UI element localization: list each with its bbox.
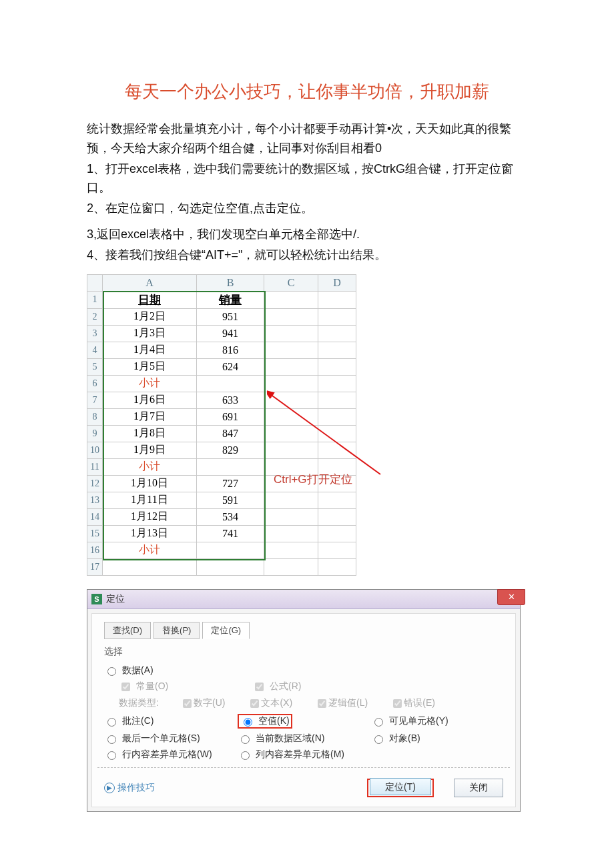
- cell[interactable]: [318, 408, 356, 425]
- cell[interactable]: [318, 508, 356, 525]
- cell[interactable]: 624: [197, 358, 264, 375]
- cell[interactable]: 1月7日: [103, 408, 197, 425]
- cell[interactable]: 829: [197, 442, 264, 458]
- cell[interactable]: 日期: [103, 291, 197, 308]
- cell[interactable]: [264, 358, 318, 375]
- cell[interactable]: [318, 442, 356, 458]
- radio-data[interactable]: [107, 667, 116, 676]
- cell[interactable]: 销量: [197, 291, 264, 308]
- cell[interactable]: 1月12日: [103, 508, 197, 525]
- cell[interactable]: [264, 525, 318, 542]
- cell[interactable]: [264, 291, 318, 308]
- radio-visible[interactable]: [374, 718, 383, 727]
- cell[interactable]: [318, 525, 356, 542]
- cell[interactable]: 1月5日: [103, 358, 197, 375]
- radio-blank[interactable]: [244, 718, 252, 727]
- cell[interactable]: [264, 392, 318, 408]
- cell[interactable]: 591: [197, 492, 264, 508]
- cell[interactable]: [197, 375, 264, 392]
- row-header[interactable]: 12: [87, 475, 103, 492]
- cell[interactable]: 1月11日: [103, 492, 197, 508]
- cell[interactable]: [197, 542, 264, 558]
- radio-curregion[interactable]: [241, 735, 250, 744]
- cell[interactable]: 633: [197, 392, 264, 408]
- cell[interactable]: [318, 375, 356, 392]
- cell[interactable]: [264, 542, 318, 558]
- cell[interactable]: 1月3日: [103, 325, 197, 342]
- cell-subtotal[interactable]: 小计: [103, 375, 197, 392]
- cell[interactable]: [318, 392, 356, 408]
- cell[interactable]: [264, 492, 318, 508]
- row-header[interactable]: 2: [87, 308, 103, 325]
- row-header[interactable]: 5: [87, 358, 103, 375]
- col-header-a[interactable]: A: [103, 274, 197, 291]
- tab-find[interactable]: 查找(D): [104, 622, 151, 639]
- row-header[interactable]: 11: [87, 458, 103, 475]
- row-header[interactable]: 4: [87, 342, 103, 358]
- check-const[interactable]: [121, 683, 130, 691]
- row-header[interactable]: 13: [87, 492, 103, 508]
- row-header[interactable]: 3: [87, 325, 103, 342]
- cell[interactable]: 534: [197, 508, 264, 525]
- goto-button[interactable]: 定位(T): [370, 778, 431, 795]
- row-header[interactable]: 6: [87, 375, 103, 392]
- check-err[interactable]: [393, 699, 402, 708]
- check-formula[interactable]: [255, 683, 264, 691]
- cell-subtotal[interactable]: 小计: [103, 542, 197, 558]
- cell[interactable]: [318, 325, 356, 342]
- row-header[interactable]: 1: [87, 291, 103, 308]
- row-header[interactable]: 7: [87, 392, 103, 408]
- check-num[interactable]: [183, 699, 192, 708]
- radio-coldiff[interactable]: [241, 751, 250, 760]
- cell[interactable]: 691: [197, 408, 264, 425]
- cell[interactable]: [264, 308, 318, 325]
- cell[interactable]: [264, 342, 318, 358]
- cell[interactable]: [264, 442, 318, 458]
- tab-replace[interactable]: 替换(P): [154, 622, 200, 639]
- cell[interactable]: [318, 358, 356, 375]
- row-header[interactable]: 17: [87, 558, 103, 575]
- row-header[interactable]: 16: [87, 542, 103, 558]
- radio-rowdiff[interactable]: [107, 751, 116, 760]
- tab-goto[interactable]: 定位(G): [202, 622, 250, 639]
- cell[interactable]: 1月10日: [103, 475, 197, 492]
- cell[interactable]: [318, 308, 356, 325]
- cell[interactable]: [264, 325, 318, 342]
- cell[interactable]: 816: [197, 342, 264, 358]
- cell[interactable]: [318, 342, 356, 358]
- cell[interactable]: [103, 558, 197, 575]
- radio-object[interactable]: [374, 735, 383, 744]
- cell[interactable]: 1月4日: [103, 342, 197, 358]
- cell[interactable]: 951: [197, 308, 264, 325]
- col-header-c[interactable]: C: [264, 274, 318, 291]
- cell[interactable]: [318, 425, 356, 442]
- cell[interactable]: [318, 492, 356, 508]
- cell[interactable]: [264, 408, 318, 425]
- radio-comment[interactable]: [107, 718, 116, 727]
- row-header[interactable]: 10: [87, 442, 103, 458]
- cell[interactable]: 1月9日: [103, 442, 197, 458]
- cell[interactable]: [318, 542, 356, 558]
- cell-subtotal[interactable]: 小计: [103, 458, 197, 475]
- check-logic[interactable]: [318, 699, 326, 708]
- cell[interactable]: [197, 458, 264, 475]
- cell[interactable]: 1月8日: [103, 425, 197, 442]
- cell[interactable]: 941: [197, 325, 264, 342]
- cell[interactable]: [264, 375, 318, 392]
- check-text[interactable]: [250, 699, 259, 708]
- cell[interactable]: [264, 425, 318, 442]
- close-button[interactable]: ✕: [497, 589, 525, 605]
- cell[interactable]: [318, 558, 356, 575]
- cell[interactable]: 1月13日: [103, 525, 197, 542]
- cell[interactable]: [318, 291, 356, 308]
- cell[interactable]: 847: [197, 425, 264, 442]
- row-header[interactable]: 8: [87, 408, 103, 425]
- dialog-titlebar[interactable]: S 定位 ✕: [87, 590, 520, 609]
- cell[interactable]: 741: [197, 525, 264, 542]
- cell[interactable]: [197, 558, 264, 575]
- col-header-d[interactable]: D: [318, 274, 356, 291]
- cell[interactable]: [264, 508, 318, 525]
- row-header[interactable]: 9: [87, 425, 103, 442]
- tip-link[interactable]: ▶ 操作技巧: [104, 782, 155, 794]
- radio-lastcell[interactable]: [107, 735, 116, 744]
